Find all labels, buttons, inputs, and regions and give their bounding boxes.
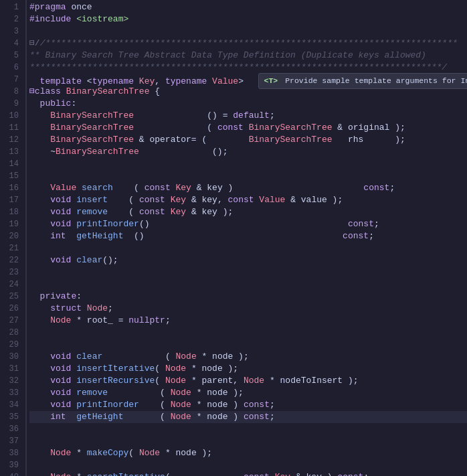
code-line-12: BinarySearchTree & operator= ( BinarySea…	[29, 134, 467, 146]
code-line-15	[29, 170, 467, 182]
code-line-34: void printInorder ( Node * node ) const;	[29, 399, 467, 411]
code-line-37	[29, 435, 467, 447]
code-line-39	[29, 459, 467, 471]
code-line-35: int getHeight ( Node * node ) const;	[29, 411, 467, 423]
code-line-25: private:	[29, 291, 467, 303]
code-line-33: void remove ( Node * node );	[29, 387, 467, 399]
code-line-6: ****************************************…	[29, 62, 467, 74]
code-line-31: void insertIterative( Node * node );	[29, 363, 467, 375]
code-line-7: template <typename Key, typename Value> …	[29, 74, 467, 86]
code-line-38: Node * makeCopy( Node * node );	[29, 447, 467, 459]
code-line-13: ~BinarySearchTree ();	[29, 146, 467, 158]
code-line-29	[29, 339, 467, 351]
code-line-9: public:	[29, 98, 467, 110]
code-line-4: ⊟//*************************************…	[29, 37, 467, 50]
code-line-19: void printInorder() const;	[29, 218, 467, 230]
code-line-5: ** Binary Search Tree Abstract Data Type…	[29, 50, 467, 62]
code-editor: 12345 678910 1112131415 1617181920 21222…	[0, 0, 467, 476]
code-content[interactable]: #pragma once #include <iostream> ⊟//****…	[27, 0, 467, 476]
code-line-18: void remove ( const Key & key );	[29, 206, 467, 218]
line-numbers: 12345 678910 1112131415 1617181920 21222…	[0, 0, 24, 476]
code-line-21	[29, 242, 467, 254]
code-line-16: Value search ( const Key & key ) const;	[29, 182, 467, 194]
code-line-27: Node * root_ = nullptr;	[29, 315, 467, 327]
code-line-10: BinarySearchTree () = default;	[29, 110, 467, 122]
code-line-1: #pragma once	[29, 1, 467, 13]
code-line-32: void insertRecursive( Node * parent, Nod…	[29, 375, 467, 387]
code-line-26: struct Node;	[29, 303, 467, 315]
code-line-40: Node * searchIterative( const Key & key …	[29, 471, 467, 476]
code-line-28	[29, 327, 467, 339]
code-line-30: void clear ( Node * node );	[29, 351, 467, 363]
code-line-20: int getHeight () const;	[29, 230, 467, 242]
code-line-2: #include <iostream>	[29, 13, 467, 25]
code-line-3	[29, 25, 467, 37]
code-line-24	[29, 279, 467, 291]
code-line-23	[29, 266, 467, 279]
code-line-14	[29, 158, 467, 170]
code-line-11: BinarySearchTree ( const BinarySearchTre…	[29, 122, 467, 134]
code-line-22: void clear();	[29, 254, 467, 266]
code-line-17: void insert ( const Key & key, const Val…	[29, 194, 467, 206]
code-line-36	[29, 423, 467, 435]
